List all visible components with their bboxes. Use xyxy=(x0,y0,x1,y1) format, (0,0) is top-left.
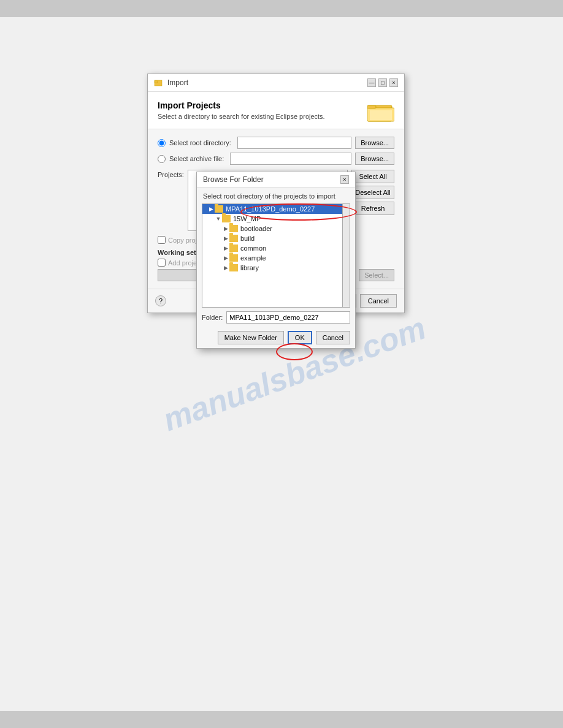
chevron-icon: ▼ xyxy=(215,215,222,222)
working-sets-select-button[interactable]: Select... xyxy=(359,269,394,281)
folder-label: Folder: xyxy=(202,314,223,321)
tree-item-label: MPA11_1013PD_demo_0227 xyxy=(226,205,315,213)
svg-rect-5 xyxy=(370,110,392,120)
chevron-icon: ▶ xyxy=(222,264,229,271)
tree-item-label: common xyxy=(240,245,266,252)
folder-icon xyxy=(229,235,238,242)
import-folder-icon xyxy=(367,100,394,123)
import-header-title: Import Projects xyxy=(158,100,325,110)
maximize-button[interactable]: □ xyxy=(378,78,387,87)
chevron-icon: ▶ xyxy=(207,205,215,213)
tree-item-label: build xyxy=(240,235,255,242)
archive-label: Select archive file: xyxy=(169,155,224,162)
import-titlebar: Import — □ × xyxy=(148,74,404,92)
cancel-button[interactable]: Cancel xyxy=(360,294,397,308)
import-header-subtitle: Select a directory to search for existin… xyxy=(158,113,325,120)
folder-icon xyxy=(215,205,223,213)
archive-file-row: Select archive file: Browse... xyxy=(158,153,394,165)
archive-radio[interactable] xyxy=(158,155,166,163)
chevron-icon: ▶ xyxy=(222,254,229,262)
ok-button[interactable]: OK xyxy=(288,331,312,344)
tree-item-example[interactable]: ▶ example xyxy=(202,253,350,263)
deselect-all-button[interactable]: Deselect All xyxy=(351,186,394,199)
browse-folder-row: Folder: xyxy=(197,308,355,327)
tree-item-bootloader[interactable]: ▶ bootloader xyxy=(202,224,350,233)
browse-root-button[interactable]: Browse... xyxy=(355,137,394,149)
folder-icon xyxy=(229,254,238,262)
browse-archive-button[interactable]: Browse... xyxy=(355,153,394,165)
root-dir-radio[interactable] xyxy=(158,139,166,147)
import-icon xyxy=(154,78,164,88)
top-bar xyxy=(0,0,563,17)
folder-input[interactable] xyxy=(226,311,350,324)
titlebar-buttons: — □ × xyxy=(367,78,398,87)
chevron-icon: ▶ xyxy=(222,235,229,242)
tree-item-label: bootloader xyxy=(240,225,272,232)
archive-input[interactable] xyxy=(230,153,351,165)
import-header-text: Import Projects Select a directory to se… xyxy=(158,100,325,120)
folder-icon xyxy=(229,264,238,271)
svg-rect-1 xyxy=(155,81,158,83)
browse-instruction: Select root directory of the projects to… xyxy=(197,188,355,203)
root-directory-row: Select root directory: Browse... xyxy=(158,137,394,149)
browse-folder-dialog: Browse For Folder × Select root director… xyxy=(196,172,356,349)
titlebar-left: Import xyxy=(154,78,188,88)
tree-item-15wmp[interactable]: ▼ 15W_MP xyxy=(202,214,350,224)
tree-item-common[interactable]: ▶ common xyxy=(202,243,350,253)
refresh-button[interactable]: Refresh xyxy=(351,202,394,215)
bottom-bar xyxy=(0,711,563,728)
root-dir-label: Select root directory: xyxy=(169,139,231,146)
import-header: Import Projects Select a directory to se… xyxy=(148,92,404,129)
browse-footer: Make New Folder OK Cancel xyxy=(197,327,355,348)
add-projects-label: Add projec xyxy=(168,259,201,267)
browse-close-button[interactable]: × xyxy=(340,175,349,184)
tree-item-label: example xyxy=(240,254,266,262)
select-all-button[interactable]: Select All xyxy=(351,170,394,183)
close-button[interactable]: × xyxy=(389,78,398,87)
minimize-button[interactable]: — xyxy=(367,78,376,87)
browse-cancel-button[interactable]: Cancel xyxy=(316,331,350,344)
browse-titlebar: Browse For Folder × xyxy=(197,172,355,188)
chevron-icon: ▶ xyxy=(222,245,229,252)
tree-item-label: library xyxy=(240,264,259,271)
folder-icon xyxy=(229,225,238,232)
help-button[interactable]: ? xyxy=(155,295,166,306)
make-new-folder-button[interactable]: Make New Folder xyxy=(218,331,284,344)
browse-tree[interactable]: ▶ MPA11_1013PD_demo_0227 ▼ 15W_MP ▶ boot… xyxy=(202,203,350,308)
browse-title-label: Browse For Folder xyxy=(203,175,264,184)
tree-item-label: 15W_MP xyxy=(233,215,261,222)
folder-icon xyxy=(229,245,238,252)
projects-label: Projects: xyxy=(158,171,184,178)
import-title-label: Import xyxy=(167,78,188,87)
tree-scrollbar[interactable] xyxy=(342,204,350,307)
copy-projects-checkbox[interactable] xyxy=(158,236,166,244)
tree-item-build[interactable]: ▶ build xyxy=(202,233,350,243)
tree-item-library[interactable]: ▶ library xyxy=(202,263,350,273)
root-dir-input[interactable] xyxy=(237,137,351,149)
projects-buttons: Select All Deselect All Refresh xyxy=(351,170,394,215)
folder-icon xyxy=(222,215,231,222)
add-projects-checkbox[interactable] xyxy=(158,259,166,267)
svg-rect-4 xyxy=(367,105,376,108)
chevron-icon: ▶ xyxy=(222,225,229,232)
tree-item-mpa11[interactable]: ▶ MPA11_1013PD_demo_0227 xyxy=(202,204,350,214)
